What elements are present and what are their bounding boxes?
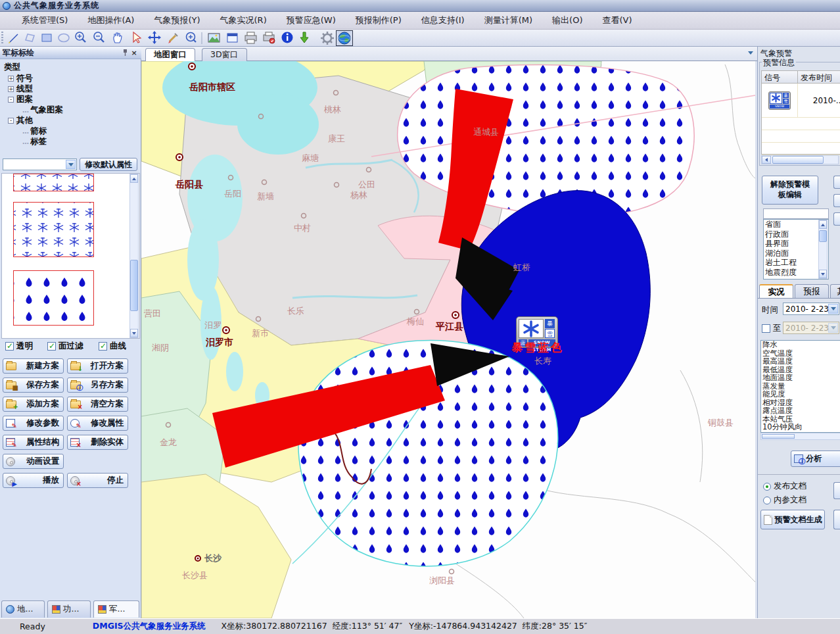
radio-icon[interactable] <box>763 483 771 491</box>
analyze-button[interactable]: ⓘ 分析 <box>791 451 840 467</box>
list-item[interactable]: 最高温度 <box>761 357 840 366</box>
column-publish-time[interactable]: 发布时间 <box>798 71 840 83</box>
tree-node-arrows[interactable]: …箭标 <box>22 126 47 137</box>
checkbox-icon[interactable] <box>47 342 56 351</box>
move-icon[interactable] <box>148 31 161 44</box>
bottom-tab-military[interactable]: 军... <box>93 600 139 618</box>
map-svg[interactable]: 岳阳市辖区 岳阳县 汨罗市 平江县 桃林 康王 麻塘 岳阳 新墙 杨林 公田 中… <box>141 61 755 618</box>
element-list-hscrollbar[interactable] <box>760 433 840 440</box>
table-hscrollbar[interactable] <box>761 155 839 164</box>
select-arrow-icon[interactable] <box>133 32 141 43</box>
scroll-up-icon[interactable] <box>819 220 827 229</box>
toolbar-grip[interactable] <box>1 32 3 45</box>
save-plan-button[interactable]: ■保存方案 <box>3 378 64 393</box>
cut-button[interactable] <box>833 194 840 207</box>
radio-publish-doc[interactable]: 发布文档 <box>763 481 806 492</box>
pattern-list[interactable] <box>1 173 140 339</box>
checkbox-transparent[interactable]: 透明 <box>5 341 33 352</box>
menu-info-support[interactable]: 信息支持(I) <box>411 12 475 28</box>
column-signal[interactable]: 信号 <box>762 71 798 83</box>
scroll-thumb[interactable] <box>819 230 827 242</box>
pattern-item-rainstorm-selected[interactable] <box>13 270 94 326</box>
menu-map-ops[interactable]: 地图操作(A) <box>78 12 144 28</box>
zoom-in-icon[interactable] <box>76 32 85 42</box>
to-checkbox[interactable]: 至 <box>762 323 782 334</box>
scroll-thumb[interactable] <box>762 434 795 439</box>
menu-product[interactable]: 预报制作(P) <box>346 12 411 28</box>
checkbox-icon[interactable] <box>5 342 14 351</box>
layer-list-scrollbar[interactable] <box>818 220 828 279</box>
menu-output[interactable]: 输出(O) <box>542 12 592 28</box>
title-bar[interactable]: 公共气象服务业务系统 <box>0 0 840 12</box>
bottom-tab-map[interactable]: 地... <box>1 600 45 618</box>
checkbox-face-filter[interactable]: 面过滤 <box>47 341 83 352</box>
map-canvas[interactable]: 岳阳市辖区 岳阳县 汨罗市 平江县 桃林 康王 麻塘 岳阳 新墙 杨林 公田 中… <box>141 61 755 618</box>
tab-forecast[interactable]: 预报 <box>795 284 829 299</box>
modify-params-button[interactable]: ✎修改参数 <box>3 416 64 431</box>
zoom-out-icon[interactable] <box>94 32 104 42</box>
window-icon[interactable] <box>227 34 237 42</box>
radio-icon[interactable] <box>763 497 771 504</box>
list-item[interactable]: 地面温度 <box>761 374 840 382</box>
draw-line-icon[interactable] <box>9 34 18 43</box>
cancel-warning-template-button[interactable]: 解除预警模板编辑 <box>762 176 818 205</box>
print-preview-icon[interactable] <box>264 32 275 43</box>
combo-arrow-icon[interactable] <box>828 304 838 314</box>
checkbox-icon[interactable] <box>99 342 107 351</box>
style-brush-icon[interactable] <box>168 34 177 43</box>
cut-button[interactable] <box>833 176 840 189</box>
tree-collapse-icon[interactable] <box>8 97 14 103</box>
play-button[interactable]: ▶播放 <box>3 473 64 488</box>
bottom-tab-functions[interactable]: 功... <box>47 600 91 618</box>
list-item[interactable]: 10分钟风向 <box>761 423 840 431</box>
tree-node-weather-patterns[interactable]: …气象图案 <box>22 105 63 116</box>
tab-realtime[interactable]: 实况 <box>759 284 793 299</box>
tree-collapse-icon[interactable] <box>8 118 14 124</box>
stop-button[interactable]: ×停止 <box>67 473 128 488</box>
generate-warning-doc-button[interactable]: 预警文档生成 <box>760 510 825 529</box>
radio-internal-doc[interactable]: 内参文档 <box>763 495 806 506</box>
draw-polygon-icon[interactable] <box>26 34 34 41</box>
tree-node-patterns[interactable]: 图案 <box>8 94 33 105</box>
checkbox-curve[interactable]: 曲线 <box>99 341 126 352</box>
tree-node-tags[interactable]: …标签 <box>22 136 47 147</box>
globe-tool-button[interactable] <box>336 30 353 46</box>
element-listbox[interactable]: 降水 空气温度 最高温度 最低温度 地面温度 蒸发量 能见度 相对湿度 露点温度… <box>760 340 840 433</box>
pattern-item-snowstorm[interactable] <box>13 202 94 257</box>
cut-button[interactable] <box>833 510 840 529</box>
combo-arrow-icon[interactable] <box>66 160 76 169</box>
zoom-extent-icon[interactable] <box>187 32 197 42</box>
scroll-down-icon[interactable] <box>130 329 138 337</box>
pan-hand-icon[interactable] <box>114 33 122 43</box>
tree-expand-icon[interactable] <box>8 76 14 82</box>
menu-measure[interactable]: 测量计算(M) <box>475 12 542 28</box>
tab-map-window[interactable]: 地图窗口 <box>145 48 195 61</box>
time-combo[interactable]: 2010- 2-23 <box>783 303 839 315</box>
list-item[interactable]: 露点温度 <box>761 406 840 415</box>
map-image-icon[interactable] <box>208 34 220 42</box>
new-plan-button[interactable]: 新建方案 <box>3 358 64 374</box>
attr-structure-button[interactable]: ✎属性结构 <box>3 435 64 450</box>
close-icon[interactable]: × <box>129 49 139 57</box>
scroll-thumb[interactable] <box>772 156 824 164</box>
modify-default-props-button[interactable]: 修改默认属性 <box>80 158 137 171</box>
cut-button[interactable] <box>833 212 840 226</box>
delete-entity-button[interactable]: ×删除实体 <box>67 435 128 450</box>
scroll-left-icon[interactable] <box>762 156 771 164</box>
modify-props-button[interactable]: ✎修改属性 <box>67 416 128 431</box>
table-row[interactable]: 暴 雪 SNOW STORM 2010-... <box>762 84 840 118</box>
animation-settings-button[interactable]: 动画设置 <box>3 454 64 469</box>
list-item[interactable]: 能见度 <box>761 390 840 399</box>
tab-3d-window[interactable]: 3D窗口 <box>202 48 247 61</box>
tab-list-dropdown-icon[interactable] <box>748 51 753 55</box>
draw-ellipse-icon[interactable] <box>58 34 69 41</box>
draw-rect-icon[interactable] <box>42 34 51 41</box>
settings-gear-icon[interactable] <box>319 30 336 47</box>
menu-system[interactable]: 系统管理(S) <box>12 12 78 28</box>
menu-view[interactable]: 查看(V) <box>592 12 642 28</box>
menu-warning[interactable]: 预警应急(W) <box>277 12 346 28</box>
scroll-down-icon[interactable] <box>819 270 827 278</box>
cut-button[interactable] <box>833 482 840 499</box>
pattern-item-snow-partial[interactable] <box>13 174 94 191</box>
symbol-select-combo[interactable] <box>3 158 77 170</box>
